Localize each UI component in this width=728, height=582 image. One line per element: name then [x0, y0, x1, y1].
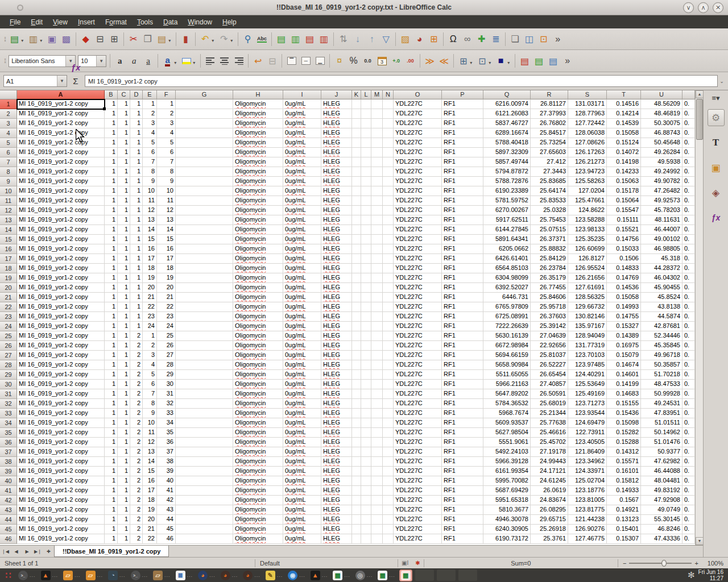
- cell[interactable]: 7: [157, 157, 176, 167]
- cell[interactable]: 26.52227: [531, 360, 568, 370]
- cell[interactable]: 1: [130, 138, 143, 148]
- taskbar-item[interactable]: >_...: [17, 570, 37, 581]
- cell[interactable]: [352, 186, 361, 196]
- cell[interactable]: MI 16_0919_yor1-2 copy: [17, 360, 105, 370]
- cell[interactable]: [383, 177, 394, 186]
- cell[interactable]: YDL227C: [394, 312, 442, 322]
- cell[interactable]: 25.39142: [531, 322, 568, 331]
- row-header-38[interactable]: 38: [0, 457, 17, 467]
- cell[interactable]: MI 16_0919_yor1-2 copy: [17, 438, 105, 447]
- cell[interactable]: HLEG: [321, 283, 352, 293]
- cell[interactable]: RF1: [442, 109, 483, 119]
- column-header-M[interactable]: M: [371, 90, 383, 99]
- cell[interactable]: 1: [118, 148, 130, 157]
- cell[interactable]: 20: [143, 515, 157, 525]
- cell[interactable]: RF1: [442, 534, 483, 544]
- cell[interactable]: HLEG: [321, 409, 352, 418]
- row-header-26[interactable]: 26: [0, 341, 17, 351]
- cell[interactable]: 19: [143, 273, 157, 283]
- cell[interactable]: [361, 119, 371, 128]
- cell[interactable]: 1: [118, 99, 130, 109]
- cell[interactable]: 46.88743: [641, 128, 682, 138]
- taskbar-item[interactable]: ◕...: [242, 570, 262, 581]
- cell[interactable]: 1: [118, 215, 130, 225]
- cell[interactable]: HLEG: [321, 370, 352, 380]
- row-header-40[interactable]: 40: [0, 476, 17, 486]
- cell[interactable]: [383, 476, 394, 486]
- cell[interactable]: [361, 215, 371, 225]
- cell[interactable]: 5: [143, 370, 157, 380]
- special-character-icon[interactable]: Ω: [446, 32, 460, 47]
- cell[interactable]: 0.: [682, 399, 695, 409]
- align-center-icon[interactable]: [217, 53, 231, 68]
- cell[interactable]: YDL227C: [394, 496, 442, 505]
- cell[interactable]: 127.61691: [568, 283, 607, 293]
- cell[interactable]: HLEG: [321, 331, 352, 341]
- cell[interactable]: Oligomycin: [233, 496, 283, 505]
- cell[interactable]: 0.: [682, 177, 695, 186]
- cell[interactable]: 1: [130, 109, 143, 119]
- cell[interactable]: [371, 428, 383, 438]
- cell[interactable]: 1: [130, 273, 143, 283]
- cell[interactable]: Oligomycin: [233, 196, 283, 206]
- cell[interactable]: Oligomycin: [233, 99, 283, 109]
- row-header-37[interactable]: 37: [0, 447, 17, 457]
- insert-pivot-table-icon[interactable]: ⊞: [427, 32, 441, 47]
- cell[interactable]: 0ug/mL: [283, 322, 321, 331]
- cell[interactable]: 0.: [682, 447, 695, 457]
- zoom-slider[interactable]: − +: [618, 560, 703, 567]
- cell[interactable]: 18: [157, 264, 176, 273]
- cell[interactable]: [371, 380, 383, 389]
- cell[interactable]: 1: [118, 476, 130, 486]
- cell[interactable]: 26.50591: [531, 389, 568, 399]
- cell[interactable]: 124.40291: [568, 370, 607, 380]
- cell[interactable]: 0ug/mL: [283, 486, 321, 496]
- cell[interactable]: 12: [143, 438, 157, 447]
- cell[interactable]: MI 16_0919_yor1-2 copy: [17, 428, 105, 438]
- cell[interactable]: HLEG: [321, 157, 352, 167]
- cell[interactable]: 5492.24103: [483, 447, 531, 457]
- column-header-P[interactable]: P: [442, 90, 483, 99]
- cell[interactable]: HLEG: [321, 235, 352, 244]
- cell[interactable]: [352, 157, 361, 167]
- cell[interactable]: [361, 467, 371, 476]
- cell[interactable]: RF1: [442, 399, 483, 409]
- row-header-43[interactable]: 43: [0, 505, 17, 515]
- cell[interactable]: 1: [118, 341, 130, 351]
- cell[interactable]: [383, 312, 394, 322]
- open-icon[interactable]: ▥: [26, 32, 40, 47]
- cell[interactable]: 34: [157, 418, 176, 428]
- cell[interactable]: RF1: [442, 409, 483, 418]
- cell[interactable]: 127.0204: [568, 186, 607, 196]
- cell[interactable]: 0ug/mL: [283, 496, 321, 505]
- cell[interactable]: 26.23784: [531, 264, 568, 273]
- cell[interactable]: HLEG: [321, 177, 352, 186]
- cell[interactable]: 2: [130, 370, 143, 380]
- cell[interactable]: [176, 206, 233, 215]
- cell[interactable]: HLEG: [321, 341, 352, 351]
- cell[interactable]: 6: [157, 148, 176, 157]
- cell[interactable]: 21: [157, 293, 176, 302]
- cell[interactable]: 0ug/mL: [283, 196, 321, 206]
- cell[interactable]: 49.92573: [641, 196, 682, 206]
- font-name-select[interactable]: Liberation Sans▼: [9, 55, 76, 67]
- cell[interactable]: [176, 476, 233, 486]
- cell[interactable]: Oligomycin: [233, 370, 283, 380]
- cell[interactable]: Oligomycin: [233, 273, 283, 283]
- cell[interactable]: RF1: [442, 428, 483, 438]
- cell[interactable]: 5647.89202: [483, 389, 531, 399]
- cell[interactable]: 16: [143, 244, 157, 254]
- cell[interactable]: 1: [118, 186, 130, 196]
- first-sheet-icon[interactable]: ❘◀: [0, 546, 11, 557]
- cell[interactable]: 123.58288: [568, 215, 607, 225]
- cell[interactable]: 1: [105, 235, 118, 244]
- cell[interactable]: [352, 322, 361, 331]
- cell[interactable]: HLEG: [321, 360, 352, 370]
- cell[interactable]: 0ug/mL: [283, 206, 321, 215]
- row-header-30[interactable]: 30: [0, 380, 17, 389]
- cell[interactable]: 1: [130, 167, 143, 177]
- insert-image-icon[interactable]: ▨: [398, 32, 412, 47]
- cell[interactable]: [176, 409, 233, 418]
- cell[interactable]: [383, 128, 394, 138]
- cell[interactable]: 0.15079: [607, 351, 641, 360]
